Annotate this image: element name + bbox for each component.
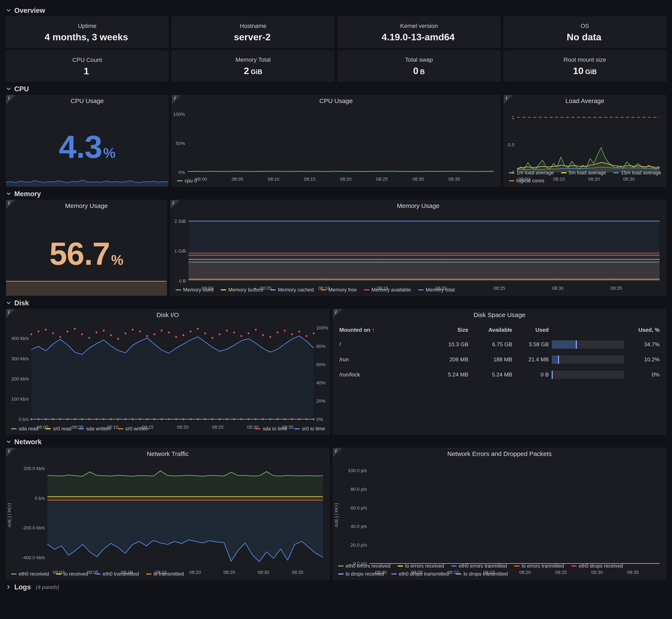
panel-title[interactable]: CPU Usage [6,95,168,107]
network-errors-legend: eth0 errors receivedlo errors receivedet… [333,562,666,580]
legend-item[interactable]: eth0 errors tranmitted [451,563,507,569]
section-header-memory[interactable]: Memory [6,188,666,200]
legend-item[interactable]: 5m load average [561,170,606,176]
disk-table-header: Mounted on ↑ Size Available Used Used, % [340,323,660,337]
panel-info-icon[interactable]: i [333,309,342,318]
column-header-used-pct[interactable]: Used, % [627,327,660,333]
stat-value: No data [566,32,601,42]
section-title: CPU [14,85,29,93]
svg-text:60%: 60% [316,362,325,367]
stat-kernel-version: Kernel version 4.19.0-13-amd64 [338,16,500,48]
section-header-network[interactable]: Network [6,436,666,448]
legend-swatch [95,573,101,574]
legend-item[interactable]: Memory available [364,287,411,293]
memory-usage-plot[interactable]: 08:0008:0508:1008:1508:2008:2508:3008:35… [171,212,666,286]
panel-title[interactable]: Disk Space Usage [333,309,666,321]
panel-info-icon[interactable]: i [6,95,15,104]
legend-item[interactable]: lo errors tranmitted [514,563,564,569]
legend-item[interactable]: cpu 0 [177,178,197,184]
section-header-disk[interactable]: Disk [6,297,666,309]
disk-space-table: Mounted on ↑ Size Available Used Used, %… [333,321,666,434]
cpu-usage-chart-panel: i CPU Usage 08:0008:0508:1008:1508:2008:… [172,95,500,187]
legend-item[interactable]: lo drops received [338,571,384,577]
mount-point-cell[interactable]: / [340,341,429,348]
usage-bar-track [552,370,624,379]
legend-item[interactable]: eth0 received [11,571,49,577]
panel-title[interactable]: Memory Usage [171,200,666,212]
usage-bar-fill [552,355,559,364]
legend-item[interactable]: logical cores [509,178,544,184]
legend-swatch [456,573,462,574]
svg-text:0 b/s: 0 b/s [35,496,45,501]
legend-item[interactable]: eth0 drops transmitted [391,571,449,577]
legend-item[interactable]: sda written [78,426,111,432]
legend-item[interactable]: Memory buffers [221,287,263,293]
panel-title[interactable]: Network Traffic [6,448,329,460]
legend-item[interactable]: Memory used [176,287,213,293]
size-cell: 10.3 GB [432,341,468,348]
panel-title[interactable]: CPU Usage [172,95,500,107]
legend-item[interactable]: 1m load average [509,170,554,176]
legend-swatch [613,172,619,173]
svg-text:-400.0 kb/s: -400.0 kb/s [22,555,45,560]
network-traffic-legend: eth0 receivedlo receivedeth0 transmitted… [6,570,329,580]
mount-point-cell[interactable]: /run [340,356,429,363]
disk-io-plot[interactable]: 08:0008:0508:1008:1508:2008:2508:3008:35… [6,321,329,424]
panel-info-icon[interactable]: i [6,448,15,457]
column-header-available[interactable]: Available [471,327,512,333]
column-header-mounted-on[interactable]: Mounted on ↑ [340,327,429,333]
legend-item[interactable]: eth0 drops received [571,563,623,569]
column-header-used[interactable]: Used [515,327,549,333]
chevron-down-icon [6,8,11,13]
section-title: Network [14,438,42,446]
legend-item[interactable]: eth0 transmitted [95,571,139,577]
stat-value: 1 [83,66,89,76]
legend-item[interactable]: sr0 written [118,426,149,432]
legend-item[interactable]: lo received [56,571,88,577]
legend-item[interactable]: eth0 errors received [338,563,390,569]
legend-item[interactable]: 15m load average [613,170,661,176]
cpu-usage-plot[interactable]: 08:0008:0508:1008:1508:2008:2508:3008:35… [172,107,500,177]
legend-item[interactable]: lo drops transmitted [456,571,508,577]
legend-item[interactable]: sr0 read [45,426,71,432]
legend-item[interactable]: lo transmitted [146,571,184,577]
section-header-cpu[interactable]: CPU [6,83,666,95]
legend-swatch [451,565,457,566]
network-errors-plot[interactable]: 08:0008:0508:1008:1508:2008:2508:3008:35… [333,460,666,562]
mount-point-cell[interactable]: /run/lock [340,371,429,378]
section-header-logs[interactable]: Logs (4 panels) [6,581,666,593]
network-traffic-plot[interactable]: 08:0008:0508:1008:1508:2008:2508:3008:35… [6,460,329,570]
load-average-plot[interactable]: 08:0008:1008:2008:3000.51 [504,107,666,168]
stat-value: 2 [244,66,249,76]
panel-title[interactable]: Memory Usage [6,200,167,212]
memory-usage-value: 56.7 % [49,238,123,270]
legend-item[interactable]: lo errors received [398,563,444,569]
legend-item[interactable]: sda read [11,426,38,432]
legend-item[interactable]: sda io time [255,426,287,432]
panel-info-icon[interactable]: i [172,95,181,104]
stat-title: Memory Total [235,57,271,63]
panel-title[interactable]: Disk I/O [6,309,329,321]
panel-info-icon[interactable]: i [6,200,15,209]
panel-info-icon[interactable]: i [171,200,180,209]
legend-swatch [221,289,226,290]
panel-info-icon[interactable]: i [504,95,513,104]
size-cell: 209 MB [432,356,468,363]
panel-title[interactable]: Network Errors and Dropped Packets [333,448,666,460]
memory-usage-legend: Memory usedMemory buffersMemory cachedMe… [171,286,666,296]
panel-info-icon[interactable]: i [6,309,15,318]
legend-swatch [255,428,261,429]
column-header-size[interactable]: Size [432,327,468,333]
legend-swatch [364,289,369,290]
chevron-down-icon [6,300,11,306]
disk-table-body: / 10.3 GB 6.75 GB 3.58 GB 34.7% /run 209… [340,337,660,382]
legend-item[interactable]: Memory cached [270,287,314,293]
legend-item[interactable]: Memory free [321,287,357,293]
svg-text:out(-) | in(+): out(-) | in(+) [333,503,339,527]
panel-title[interactable]: Load Average [504,95,666,107]
section-header-overview[interactable]: Overview [6,5,666,16]
usage-bar-track [552,355,624,364]
legend-item[interactable]: Memory total [418,287,455,293]
panel-info-icon[interactable]: i [333,448,342,457]
legend-item[interactable]: sr0 io time [294,426,325,432]
